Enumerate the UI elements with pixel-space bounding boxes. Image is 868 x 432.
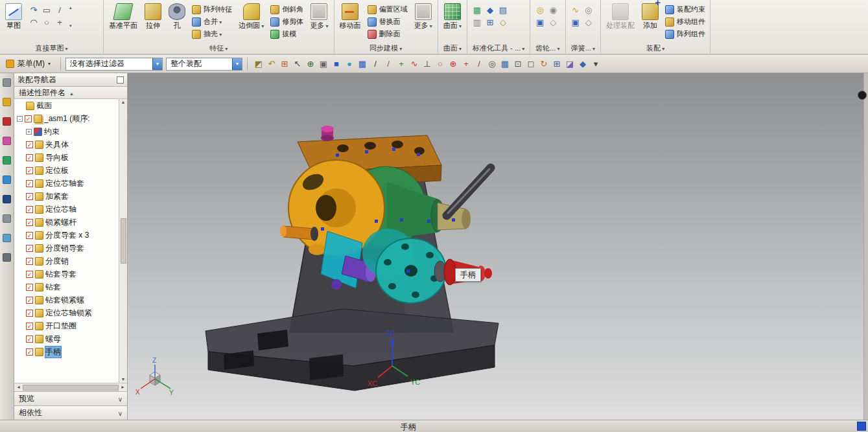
edit-style-icon[interactable]: ◪ — [563, 58, 576, 70]
offset-region-button[interactable]: 偏置区域 — [366, 4, 409, 15]
group-label-gear[interactable]: 齿轮... — [530, 43, 565, 54]
unite-button[interactable]: 合并 — [191, 16, 233, 27]
spring-design-icon[interactable]: ∿ — [569, 4, 582, 16]
navigator-column-header[interactable]: 描述性部件名 — [14, 87, 127, 99]
tree-item[interactable]: ✓定位芯轴 — [14, 203, 119, 216]
visual-reporting-icon[interactable]: ▦ — [471, 4, 484, 16]
spring-pair-icon[interactable]: ◎ — [582, 4, 595, 16]
tree-item[interactable]: ✓钻套导套 — [14, 267, 119, 280]
internet-explorer-icon[interactable] — [3, 176, 11, 184]
shaded-view-icon[interactable]: ◆ — [576, 58, 589, 70]
tree-item[interactable]: -✓_asm1 (顺序: — [14, 112, 119, 125]
tree-item[interactable]: ✓导向板 — [14, 151, 119, 164]
check-mate-icon[interactable]: ◆ — [484, 4, 497, 16]
rotate-view-icon[interactable]: ↻ — [537, 58, 550, 70]
base-plate[interactable] — [205, 309, 499, 391]
tree-item[interactable]: ✓分度销 — [14, 255, 119, 267]
add-component-button[interactable]: 添加 — [640, 2, 661, 30]
visibility-checkbox[interactable]: ✓ — [25, 115, 32, 122]
spring-more-icon[interactable]: ◇ — [582, 16, 595, 28]
pattern-feature-button[interactable]: 阵列特征 — [191, 4, 233, 15]
visibility-checkbox[interactable]: ✓ — [26, 348, 33, 356]
perpendicular-icon[interactable]: ⊥ — [421, 58, 434, 70]
scroll-left-icon[interactable] — [16, 385, 21, 390]
chevron-down-icon[interactable] — [118, 409, 123, 418]
arc-icon[interactable]: ◠ — [27, 16, 40, 28]
tree-item[interactable]: ✓加紧套 — [14, 190, 119, 203]
profile-icon[interactable]: ↷ — [27, 4, 40, 16]
scroll-right-icon[interactable] — [121, 385, 125, 390]
dropdown-arrow-icon[interactable] — [232, 58, 242, 70]
visibility-checkbox[interactable]: ✓ — [26, 154, 33, 161]
visibility-checkbox[interactable]: ✓ — [26, 271, 33, 278]
visibility-checkbox[interactable]: ✓ — [26, 232, 33, 239]
selection-filter-dropdown[interactable]: 没有选择过滤器 — [65, 58, 163, 71]
history-icon[interactable] — [3, 195, 11, 203]
gear-design-icon[interactable]: ◎ — [534, 4, 546, 16]
tree-item[interactable]: ✓钻套 — [14, 280, 119, 293]
datum-plane-button[interactable]: 基准平面 — [107, 2, 139, 30]
assembly-constraints-button[interactable]: 装配约束 — [664, 4, 707, 15]
window-icon[interactable]: ⊡ — [511, 58, 524, 70]
tree-item[interactable]: ✓螺母 — [14, 332, 119, 345]
visibility-checkbox[interactable]: ✓ — [26, 180, 33, 187]
tree-item[interactable]: +约束 — [14, 125, 119, 138]
pattern-component-button[interactable]: 阵列组件 — [664, 28, 707, 40]
standard-tools-icon[interactable]: ⊞ — [484, 16, 497, 28]
visibility-checkbox[interactable]: ✓ — [26, 245, 33, 252]
circle-icon[interactable]: ○ — [40, 16, 53, 28]
visibility-checkbox[interactable]: ✓ — [26, 141, 33, 148]
edge-blend-button[interactable]: 边倒圆 — [237, 2, 266, 32]
snap-point-icon[interactable]: ⊕ — [304, 58, 317, 70]
line-tool-icon[interactable]: / — [369, 58, 382, 70]
collapse-icon[interactable]: - — [17, 116, 23, 122]
more-feature-button[interactable]: 更多 — [308, 2, 330, 32]
extrude-button[interactable]: 拉伸 — [143, 2, 163, 30]
scroll-up-icon[interactable] — [69, 5, 72, 10]
reuse-library-icon[interactable] — [3, 98, 11, 106]
hd3d-tools-icon[interactable]: ▤ — [497, 4, 510, 16]
group-label-spring[interactable]: 弹簧... — [566, 43, 600, 54]
visibility-checkbox[interactable]: ✓ — [26, 323, 33, 330]
trim-body-button[interactable]: 修剪体 — [269, 16, 305, 27]
hole-button[interactable]: 孔 — [167, 2, 187, 30]
line-icon[interactable]: / — [53, 4, 66, 16]
undock-icon[interactable] — [117, 76, 124, 84]
spring-tools-icon[interactable]: ▣ — [569, 16, 582, 28]
group-label-surface[interactable]: 曲面 — [438, 43, 467, 54]
group-label-synchronous[interactable]: 同步建模 — [334, 43, 438, 54]
model-canvas[interactable]: ZC XC YC X Y Z — [128, 73, 863, 420]
roles-icon[interactable] — [3, 253, 11, 262]
gear-more-icon[interactable]: ◇ — [546, 16, 559, 28]
clamp-knob[interactable] — [321, 126, 334, 141]
visibility-checkbox[interactable]: ✓ — [26, 258, 33, 265]
tree-item[interactable]: 截面 — [14, 99, 119, 112]
chamfer-button[interactable]: 倒斜角 — [269, 4, 305, 15]
status-corner-button[interactable] — [857, 422, 866, 431]
dependencies-section-header[interactable]: 相依性 — [14, 405, 127, 420]
tree-item[interactable]: ✓钻套锁紧螺 — [14, 293, 119, 306]
shell-button[interactable]: 抽壳 — [191, 28, 233, 40]
clipboard-icon[interactable]: ◩ — [252, 58, 265, 70]
sphere-icon[interactable]: ● — [343, 58, 356, 70]
sketch-button[interactable]: 草图 — [3, 2, 24, 30]
gear-tools-icon[interactable]: ▣ — [534, 16, 546, 28]
surface-button[interactable]: 曲面 — [441, 2, 463, 32]
group-label-feature[interactable]: 特征 — [104, 43, 334, 54]
tools-gear-icon[interactable] — [3, 78, 11, 87]
visibility-checkbox[interactable]: ✓ — [26, 297, 33, 304]
scroll-thumb[interactable] — [23, 385, 119, 391]
tree-item[interactable]: ✓定位芯轴套 — [14, 177, 119, 190]
collapsed-panel-button[interactable] — [858, 91, 867, 100]
scroll-down-ic[interactable] — [121, 377, 126, 382]
move-component-button[interactable]: 移动组件 — [664, 16, 707, 27]
replace-face-button[interactable]: 替换面 — [366, 16, 409, 27]
visibility-checkbox[interactable]: ✓ — [26, 335, 33, 343]
sort-ascending-icon[interactable] — [69, 88, 74, 97]
paste-icon[interactable]: ⊞ — [278, 58, 291, 70]
scroll-up-ic[interactable] — [121, 100, 126, 105]
center-circle-icon[interactable]: ⊕ — [447, 58, 460, 70]
assembly-navigator-icon[interactable] — [3, 117, 11, 126]
tree-item[interactable]: ✓分度销导套 — [14, 242, 119, 255]
more-sync-button[interactable]: 更多 — [412, 2, 434, 32]
